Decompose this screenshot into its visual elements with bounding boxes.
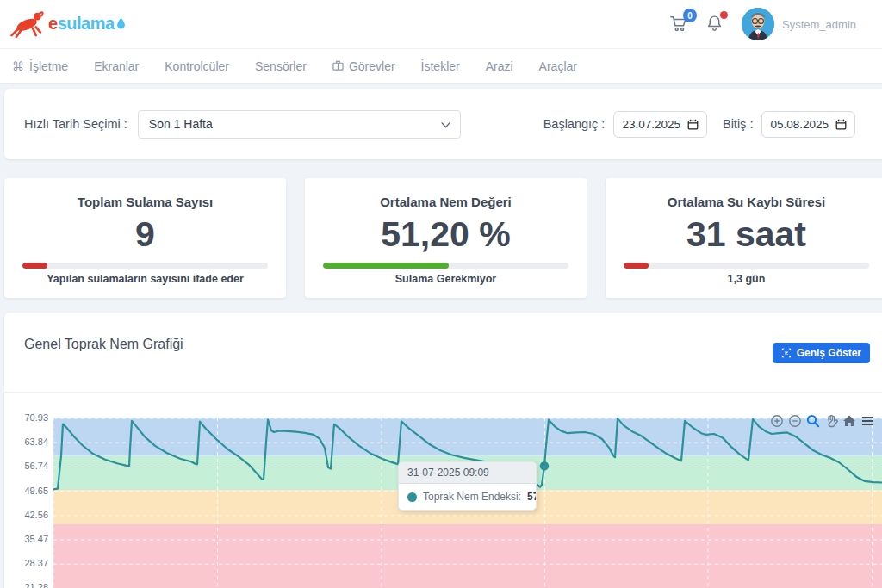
chevron-down-icon xyxy=(441,122,450,128)
nav-item-ekranlar[interactable]: Ekranlar xyxy=(94,59,139,73)
nav-item-label: Kontrolcüler xyxy=(165,59,229,73)
y-tick-label: 70.93 xyxy=(9,412,48,423)
y-tick-label: 35.47 xyxy=(9,534,48,544)
chart-plot[interactable]: 31-07-2025 09:09 Toprak Nem Endeksi: 57.… xyxy=(53,418,882,588)
notifications-button[interactable] xyxy=(705,14,726,34)
stat-title: Toplam Sulama Sayısı xyxy=(4,195,286,209)
nav-item-label: İstekler xyxy=(421,59,460,73)
cart-badge: 0 xyxy=(683,9,697,22)
stat-title: Ortalama Nem Değeri xyxy=(305,195,587,209)
pan-icon[interactable] xyxy=(823,413,838,428)
stat-progress-bar xyxy=(323,263,568,269)
nav-item-label: Ekranlar xyxy=(94,59,139,73)
nav-item-label: Görevler xyxy=(349,59,395,73)
nav-item-araçlar[interactable]: Araçlar xyxy=(539,59,577,73)
start-date-value: 23.07.2025 xyxy=(622,118,680,131)
stat-caption: Sulama Gerekmiyor xyxy=(305,273,587,285)
y-tick-label: 63.84 xyxy=(9,436,48,447)
stat-value: 31 saat xyxy=(606,216,882,253)
nav-item-label: Sensörler xyxy=(255,59,307,73)
stat-value: 9 xyxy=(4,216,286,253)
expand-icon xyxy=(781,348,792,358)
stat-caption: 1,3 gün xyxy=(606,273,882,285)
brand-logo[interactable]: esulama xyxy=(9,8,127,39)
expand-button-label: Geniş Göster xyxy=(797,347,861,359)
nav-item-görevler[interactable]: Görevler xyxy=(332,59,395,73)
end-date-label: Bitiş : xyxy=(723,117,753,131)
user-menu[interactable]: System_admin xyxy=(742,8,856,40)
tooltip-value: 57.03 xyxy=(527,491,537,503)
home-icon[interactable] xyxy=(842,413,856,428)
stat-progress-bar xyxy=(624,263,869,269)
expand-chart-button[interactable]: Geniş Göster xyxy=(773,343,870,363)
quick-date-select[interactable]: Son 1 Hafta xyxy=(138,110,461,139)
y-axis-labels: 70.9363.8456.7449.6542.5635.4728.3721.28 xyxy=(4,313,52,588)
quick-date-label: Hızlı Tarih Seçimi : xyxy=(24,117,127,131)
nav-item-arazi[interactable]: Arazi xyxy=(486,59,513,73)
zoom-out-icon[interactable] xyxy=(787,413,802,428)
stat-progress-bar xyxy=(22,263,268,269)
nav-item-i̇şletme[interactable]: ⌘İşletme xyxy=(12,59,68,73)
calendar-icon xyxy=(687,119,699,130)
water-drop-icon xyxy=(115,16,127,30)
divider xyxy=(4,392,882,393)
chart-toolbar xyxy=(769,413,874,428)
y-tick-label: 28.37 xyxy=(9,558,48,568)
date-filter-bar: Hızlı Tarih Seçimi : Son 1 Hafta Başlang… xyxy=(4,89,882,159)
y-tick-label: 21.28 xyxy=(9,582,48,588)
selection-zoom-icon[interactable] xyxy=(805,413,820,428)
avatar xyxy=(742,8,774,40)
quick-date-value: Son 1 Hafta xyxy=(149,117,213,131)
nav-item-i̇stekler[interactable]: İstekler xyxy=(421,59,460,73)
end-date-input[interactable]: 05.08.2025 xyxy=(761,111,855,138)
chart-tooltip: 31-07-2025 09:09 Toprak Nem Endeksi: 57.… xyxy=(398,461,537,511)
stat-value: 51,20 % xyxy=(305,216,587,253)
main-nav: ⌘İşletmeEkranlarKontrolcülerSensörlerGör… xyxy=(0,48,882,84)
stat-card-water-loss: Ortalama Su Kaybı Süresi 31 saat 1,3 gün xyxy=(606,178,882,298)
nav-item-kontrolcüler[interactable]: Kontrolcüler xyxy=(165,59,229,73)
nav-item-sensörler[interactable]: Sensörler xyxy=(255,59,307,73)
y-tick-label: 42.56 xyxy=(9,510,48,520)
end-date-value: 05.08.2025 xyxy=(770,118,829,131)
tooltip-timestamp: 31-07-2025 09:09 xyxy=(399,462,536,484)
stat-caption: Yapılan sulamaların sayısını ifade eder xyxy=(4,273,286,285)
username: System_admin xyxy=(782,18,856,31)
stat-title: Ortalama Su Kaybı Süresi xyxy=(606,195,882,209)
briefcase-icon xyxy=(332,59,344,73)
nav-item-label: İşletme xyxy=(29,59,68,73)
zoom-in-icon[interactable] xyxy=(769,413,784,428)
y-tick-label: 56.74 xyxy=(9,461,48,471)
start-date-label: Başlangıç : xyxy=(543,117,606,131)
start-date-input[interactable]: 23.07.2025 xyxy=(613,111,707,138)
app-header: esulama 0 xyxy=(0,0,882,48)
menu-icon[interactable] xyxy=(860,413,874,428)
series-dot-icon xyxy=(407,492,417,502)
calendar-icon xyxy=(835,119,847,130)
ram-logo-icon xyxy=(9,8,47,39)
stat-card-irrigation-count: Toplam Sulama Sayısı 9 Yapılan sulamalar… xyxy=(4,178,286,298)
nav-item-label: Arazi xyxy=(486,59,513,73)
stat-card-avg-moisture: Ortalama Nem Değeri 51,20 % Sulama Gerek… xyxy=(305,178,587,298)
nav-item-label: Araçlar xyxy=(539,59,577,73)
command-icon: ⌘ xyxy=(12,59,24,73)
y-tick-label: 49.65 xyxy=(9,486,48,496)
cart-button[interactable]: 0 xyxy=(669,14,690,34)
notification-dot xyxy=(720,11,728,19)
soil-moisture-chart-card: Genel Toprak Nem Grafiği Geniş Göster 70… xyxy=(4,313,882,588)
brand-name: esulama xyxy=(48,14,127,34)
tooltip-series-label: Toprak Nem Endeksi: xyxy=(423,491,521,503)
